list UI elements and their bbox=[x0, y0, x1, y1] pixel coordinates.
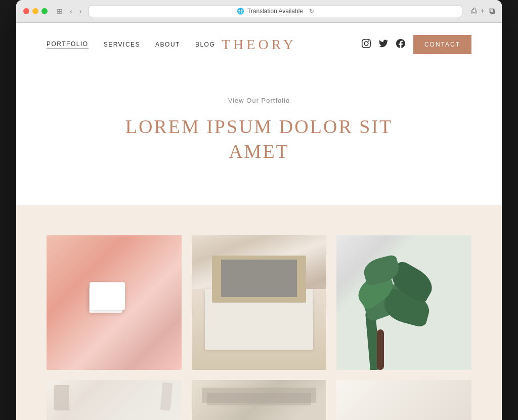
portfolio-item-5[interactable] bbox=[192, 380, 327, 420]
hero-title-line1: LOREM IPSUM DOLOR SIT bbox=[125, 116, 393, 137]
back-button[interactable]: ‹ bbox=[68, 6, 74, 16]
navigation: PORTFOLIO SERVICES ABOUT BLOG THEORY bbox=[16, 23, 502, 66]
portfolio-grid-bottom bbox=[47, 380, 471, 420]
nav-about[interactable]: ABOUT bbox=[155, 41, 180, 48]
new-tab-button[interactable]: + bbox=[481, 7, 485, 16]
sidebar-toggle[interactable]: ⊞ bbox=[55, 6, 65, 16]
portfolio-item-6[interactable] bbox=[336, 380, 471, 420]
nav-portfolio[interactable]: PORTFOLIO bbox=[47, 40, 89, 49]
contact-button[interactable]: CONTACT bbox=[413, 35, 471, 54]
forward-button[interactable]: › bbox=[77, 6, 84, 16]
hero-title: LOREM IPSUM DOLOR SIT AMET bbox=[26, 114, 492, 164]
portfolio-grid-top: HONEST VITAMIN C SERUM BRIGHTENING LOTIO… bbox=[47, 235, 471, 370]
tabs-button[interactable]: ⧉ bbox=[489, 7, 495, 16]
close-button[interactable] bbox=[23, 8, 29, 14]
website-content: PORTFOLIO SERVICES ABOUT BLOG THEORY bbox=[16, 23, 502, 420]
reload-icon: ↻ bbox=[309, 8, 314, 15]
minimize-button[interactable] bbox=[32, 8, 38, 14]
address-bar[interactable]: 🌐 Translation Available ↻ bbox=[89, 5, 462, 17]
portfolio-image-3 bbox=[336, 235, 471, 370]
nav-right: CONTACT bbox=[362, 35, 471, 54]
maximize-button[interactable] bbox=[41, 8, 48, 14]
portfolio-item-2[interactable] bbox=[192, 235, 327, 370]
portfolio-image-5 bbox=[192, 380, 327, 420]
portfolio-image-6 bbox=[336, 380, 471, 420]
traffic-lights bbox=[23, 8, 48, 14]
portfolio-item-3[interactable] bbox=[336, 235, 471, 370]
browser-actions: ⎙ + ⧉ bbox=[471, 7, 495, 16]
translation-icon: 🌐 bbox=[237, 8, 244, 15]
hero-subtitle: View Our Portfolio bbox=[26, 97, 492, 104]
instagram-icon[interactable] bbox=[362, 39, 371, 50]
hero-section: View Our Portfolio LOREM IPSUM DOLOR SIT… bbox=[16, 66, 502, 205]
site-logo[interactable]: THEORY bbox=[222, 36, 296, 53]
nav-links: PORTFOLIO SERVICES ABOUT BLOG bbox=[47, 40, 215, 49]
portfolio-item-1[interactable]: HONEST VITAMIN C SERUM BRIGHTENING LOTIO… bbox=[47, 235, 182, 370]
browser-window: ⊞ ‹ › 🌐 Translation Available ↻ ⎙ + ⧉ PO… bbox=[16, 0, 502, 420]
nav-blog[interactable]: BLOG bbox=[195, 41, 215, 48]
portfolio-image-1: HONEST VITAMIN C SERUM BRIGHTENING LOTIO… bbox=[47, 235, 182, 370]
facebook-icon[interactable] bbox=[396, 39, 405, 50]
address-bar-text: Translation Available bbox=[247, 8, 303, 15]
portfolio-image-4 bbox=[47, 380, 182, 420]
portfolio-image-2 bbox=[192, 235, 327, 370]
twitter-icon[interactable] bbox=[379, 39, 388, 50]
nav-services[interactable]: SERVICES bbox=[104, 41, 140, 48]
browser-controls: ⊞ ‹ › bbox=[55, 6, 83, 16]
share-button[interactable]: ⎙ bbox=[471, 7, 477, 16]
browser-chrome: ⊞ ‹ › 🌐 Translation Available ↻ ⎙ + ⧉ bbox=[16, 0, 502, 23]
hero-title-line2: AMET bbox=[229, 141, 289, 162]
portfolio-section: HONEST VITAMIN C SERUM BRIGHTENING LOTIO… bbox=[16, 205, 502, 420]
portfolio-item-4[interactable] bbox=[47, 380, 182, 420]
